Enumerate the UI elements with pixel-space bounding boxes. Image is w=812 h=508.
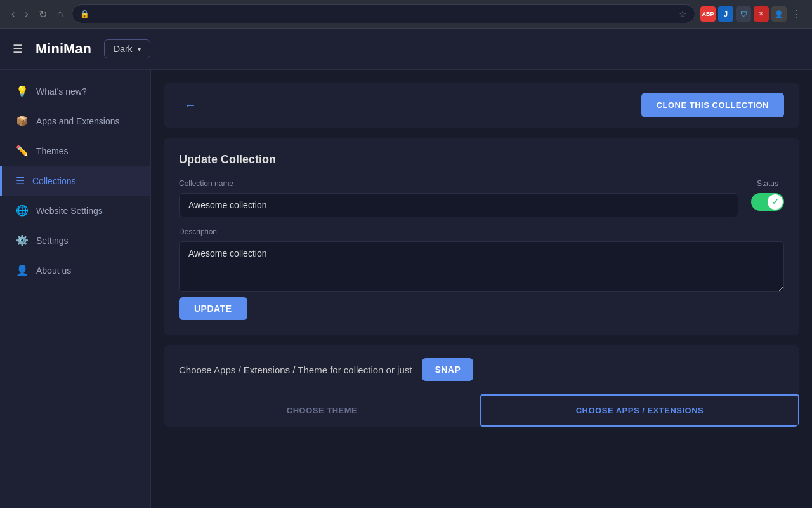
star-icon[interactable]: ☆: [679, 9, 687, 19]
lock-icon: 🔒: [80, 10, 89, 18]
hamburger-menu-button[interactable]: ☰: [13, 42, 23, 56]
themes-icon: ✏️: [16, 145, 29, 157]
url-input[interactable]: Miniman | chrome-extension://fbkbmnmelnh…: [93, 10, 675, 18]
ext-shield[interactable]: 🛡: [736, 6, 751, 22]
bottom-tabs: CHOOSE THEME CHOOSE APPS / EXTENSIONS: [164, 394, 799, 427]
collections-icon: ☰: [16, 175, 25, 187]
app-header: ☰ MiniMan Dark ▾: [0, 29, 812, 70]
status-label: Status: [757, 179, 778, 188]
app-container: ☰ MiniMan Dark ▾ 💡 What's new? 📦 Apps an…: [0, 29, 812, 508]
content-area: ← CLONE THIS COLLECTION Update Collectio…: [151, 70, 812, 508]
sidebar-item-label: Apps and Extensions: [36, 116, 120, 126]
choose-apps-extensions-tab[interactable]: CHOOSE APPS / EXTENSIONS: [480, 394, 799, 427]
description-textarea[interactable]: Awesome collection: [179, 241, 784, 292]
status-toggle[interactable]: ✓: [751, 193, 784, 211]
lightbulb-icon: 💡: [16, 85, 29, 97]
browser-extensions: ABP J 🛡 ✉ 👤 ⋮: [700, 6, 804, 22]
browser-menu-button[interactable]: ⋮: [789, 8, 804, 20]
forward-nav-button[interactable]: ›: [21, 7, 32, 21]
theme-dropdown-label: Dark: [114, 44, 133, 54]
choose-collection-text: Choose Apps / Extensions / Theme for col…: [179, 364, 412, 375]
update-button[interactable]: UPDATE: [179, 297, 247, 320]
back-nav-button[interactable]: ‹: [8, 7, 18, 21]
main-layout: 💡 What's new? 📦 Apps and Extensions ✏️ T…: [0, 70, 812, 508]
ext-abp[interactable]: ABP: [700, 6, 716, 22]
sidebar-item-whats-new[interactable]: 💡 What's new?: [0, 76, 150, 106]
check-icon: ✓: [772, 197, 778, 206]
person-icon: 👤: [16, 264, 29, 276]
sidebar-item-website-settings[interactable]: 🌐 Website Settings: [0, 196, 150, 225]
ext-user[interactable]: 👤: [771, 6, 787, 22]
sidebar-item-label: About us: [36, 265, 71, 276]
chevron-down-icon: ▾: [138, 46, 141, 53]
sidebar-item-apps-extensions[interactable]: 📦 Apps and Extensions: [0, 106, 150, 136]
form-row-name-status: Collection name Status ✓: [179, 179, 784, 217]
sidebar: 💡 What's new? 📦 Apps and Extensions ✏️ T…: [0, 70, 151, 508]
toggle-knob: ✓: [768, 194, 783, 210]
apps-icon: 📦: [16, 115, 29, 127]
collection-name-label: Collection name: [179, 179, 738, 188]
app-title: MiniMan: [36, 41, 91, 57]
sidebar-item-label: Website Settings: [36, 206, 103, 216]
sidebar-item-about-us[interactable]: 👤 About us: [0, 255, 150, 285]
sidebar-item-label: Collections: [32, 176, 75, 186]
sidebar-item-label: Settings: [36, 236, 69, 246]
globe-icon: 🌐: [16, 204, 29, 217]
update-collection-card: Update Collection Collection name Status…: [164, 138, 799, 335]
top-bar-card: ← CLONE THIS COLLECTION: [164, 83, 799, 128]
ext-j[interactable]: J: [718, 6, 733, 22]
address-bar[interactable]: 🔒 Miniman | chrome-extension://fbkbmnmel…: [72, 4, 695, 23]
sidebar-item-label: What's new?: [36, 86, 87, 97]
sidebar-item-collections[interactable]: ☰ Collections: [0, 166, 150, 196]
browser-chrome: ‹ › ↻ ⌂ 🔒 Miniman | chrome-extension://f…: [0, 0, 812, 29]
ext-mail[interactable]: ✉: [754, 6, 769, 22]
form-title: Update Collection: [179, 153, 784, 166]
sidebar-item-label: Themes: [36, 146, 69, 156]
status-group: Status ✓: [751, 179, 784, 211]
back-button[interactable]: ←: [179, 95, 202, 115]
sidebar-item-themes[interactable]: ✏️ Themes: [0, 136, 150, 166]
clone-collection-button[interactable]: CLONE THIS COLLECTION: [641, 93, 784, 117]
gear-icon: ⚙️: [16, 234, 29, 246]
choose-collection-card: Choose Apps / Extensions / Theme for col…: [164, 345, 799, 427]
reload-button[interactable]: ↻: [35, 7, 51, 22]
theme-dropdown[interactable]: Dark ▾: [104, 39, 150, 58]
bottom-card-top: Choose Apps / Extensions / Theme for col…: [164, 345, 799, 394]
snap-button[interactable]: SNAP: [422, 358, 473, 381]
collection-name-input[interactable]: [179, 193, 738, 217]
choose-theme-tab[interactable]: CHOOSE THEME: [164, 394, 480, 427]
description-label: Description: [179, 227, 784, 236]
collection-name-group: Collection name: [179, 179, 738, 217]
description-group: Description Awesome collection: [179, 227, 784, 292]
sidebar-item-settings[interactable]: ⚙️ Settings: [0, 225, 150, 255]
nav-buttons: ‹ › ↻ ⌂: [8, 7, 67, 22]
home-button[interactable]: ⌂: [53, 7, 67, 21]
